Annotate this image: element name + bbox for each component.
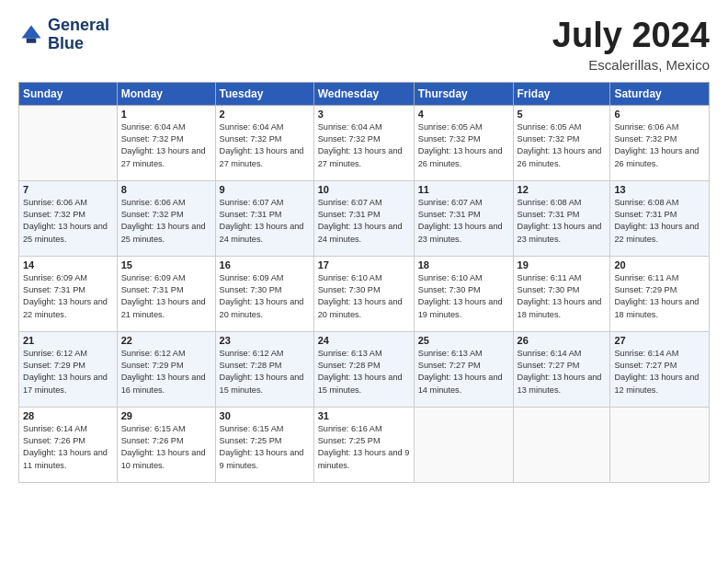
table-row: 20Sunrise: 6:11 AMSunset: 7:29 PMDayligh… (610, 256, 710, 331)
table-row: 10Sunrise: 6:07 AMSunset: 7:31 PMDayligh… (313, 180, 414, 256)
day-number: 8 (121, 184, 211, 195)
day-number: 15 (121, 259, 211, 270)
day-number: 24 (318, 335, 410, 346)
calendar-week-row: 7Sunrise: 6:06 AMSunset: 7:32 PMDaylight… (19, 180, 710, 256)
day-info: Sunrise: 6:15 AMSunset: 7:25 PMDaylight:… (220, 423, 310, 472)
calendar-week-row: 1Sunrise: 6:04 AMSunset: 7:32 PMDaylight… (19, 105, 710, 180)
table-row: 22Sunrise: 6:12 AMSunset: 7:29 PMDayligh… (117, 331, 215, 407)
day-info: Sunrise: 6:10 AMSunset: 7:30 PMDaylight:… (318, 272, 410, 321)
day-number: 12 (518, 184, 607, 195)
table-row: 2Sunrise: 6:04 AMSunset: 7:32 PMDaylight… (215, 105, 313, 180)
table-row: 7Sunrise: 6:06 AMSunset: 7:32 PMDaylight… (19, 180, 118, 256)
table-row: 11Sunrise: 6:07 AMSunset: 7:31 PMDayligh… (414, 180, 513, 256)
day-number: 26 (518, 335, 607, 346)
day-info: Sunrise: 6:04 AMSunset: 7:32 PMDaylight:… (121, 121, 211, 170)
table-row: 1Sunrise: 6:04 AMSunset: 7:32 PMDaylight… (117, 105, 215, 180)
day-info: Sunrise: 6:05 AMSunset: 7:32 PMDaylight:… (518, 121, 607, 170)
day-number: 25 (418, 335, 509, 346)
day-info: Sunrise: 6:14 AMSunset: 7:27 PMDaylight:… (614, 348, 705, 396)
table-row: 4Sunrise: 6:05 AMSunset: 7:32 PMDaylight… (414, 105, 513, 180)
logo-text: General Blue (48, 17, 109, 53)
day-info: Sunrise: 6:07 AMSunset: 7:31 PMDaylight:… (418, 197, 509, 246)
day-info: Sunrise: 6:12 AMSunset: 7:28 PMDaylight:… (220, 348, 310, 396)
day-number: 19 (518, 259, 607, 270)
table-row: 8Sunrise: 6:06 AMSunset: 7:32 PMDaylight… (117, 180, 215, 256)
day-number: 7 (23, 184, 113, 195)
col-monday: Monday (117, 82, 215, 105)
table-row: 5Sunrise: 6:05 AMSunset: 7:32 PMDaylight… (513, 105, 610, 180)
table-row (414, 407, 513, 482)
table-row: 6Sunrise: 6:06 AMSunset: 7:32 PMDaylight… (610, 105, 710, 180)
day-info: Sunrise: 6:08 AMSunset: 7:31 PMDaylight:… (518, 197, 607, 246)
day-info: Sunrise: 6:06 AMSunset: 7:32 PMDaylight:… (23, 197, 113, 246)
table-row: 21Sunrise: 6:12 AMSunset: 7:29 PMDayligh… (19, 331, 118, 407)
table-row: 25Sunrise: 6:13 AMSunset: 7:27 PMDayligh… (414, 331, 513, 407)
table-row: 18Sunrise: 6:10 AMSunset: 7:30 PMDayligh… (414, 256, 513, 331)
day-info: Sunrise: 6:13 AMSunset: 7:28 PMDaylight:… (318, 348, 410, 396)
day-number: 30 (220, 410, 310, 421)
table-row: 30Sunrise: 6:15 AMSunset: 7:25 PMDayligh… (215, 407, 313, 482)
calendar-week-row: 21Sunrise: 6:12 AMSunset: 7:29 PMDayligh… (19, 331, 710, 407)
col-saturday: Saturday (610, 82, 710, 105)
logo: General Blue (18, 17, 109, 53)
day-number: 11 (418, 184, 509, 195)
day-info: Sunrise: 6:12 AMSunset: 7:29 PMDaylight:… (121, 348, 211, 396)
day-number: 28 (23, 410, 113, 421)
calendar-week-row: 14Sunrise: 6:09 AMSunset: 7:31 PMDayligh… (19, 256, 710, 331)
day-info: Sunrise: 6:15 AMSunset: 7:26 PMDaylight:… (121, 423, 211, 472)
table-row: 9Sunrise: 6:07 AMSunset: 7:31 PMDaylight… (215, 180, 313, 256)
col-wednesday: Wednesday (313, 82, 414, 105)
day-info: Sunrise: 6:14 AMSunset: 7:27 PMDaylight:… (518, 348, 607, 396)
day-number: 31 (318, 410, 410, 421)
day-info: Sunrise: 6:09 AMSunset: 7:31 PMDaylight:… (121, 272, 211, 321)
table-row (513, 407, 610, 482)
col-friday: Friday (513, 82, 610, 105)
day-number: 27 (614, 335, 705, 346)
day-info: Sunrise: 6:08 AMSunset: 7:31 PMDaylight:… (614, 197, 705, 246)
day-number: 17 (318, 259, 410, 270)
day-number: 9 (220, 184, 310, 195)
page-header: General Blue July 2024 Escalerillas, Mex… (18, 17, 710, 73)
col-tuesday: Tuesday (215, 82, 313, 105)
day-number: 20 (614, 259, 705, 270)
table-row: 15Sunrise: 6:09 AMSunset: 7:31 PMDayligh… (117, 256, 215, 331)
day-number: 1 (121, 109, 211, 120)
table-row: 14Sunrise: 6:09 AMSunset: 7:31 PMDayligh… (19, 256, 118, 331)
day-number: 29 (121, 410, 211, 421)
svg-rect-1 (27, 38, 37, 42)
month-title: July 2024 (552, 17, 710, 55)
day-info: Sunrise: 6:04 AMSunset: 7:32 PMDaylight:… (318, 121, 410, 170)
day-info: Sunrise: 6:07 AMSunset: 7:31 PMDaylight:… (318, 197, 410, 246)
day-number: 23 (220, 335, 310, 346)
day-number: 16 (220, 259, 310, 270)
table-row: 12Sunrise: 6:08 AMSunset: 7:31 PMDayligh… (513, 180, 610, 256)
day-number: 2 (220, 109, 310, 120)
day-info: Sunrise: 6:11 AMSunset: 7:30 PMDaylight:… (518, 272, 607, 321)
day-info: Sunrise: 6:10 AMSunset: 7:30 PMDaylight:… (418, 272, 509, 321)
calendar-week-row: 28Sunrise: 6:14 AMSunset: 7:26 PMDayligh… (19, 407, 710, 482)
day-number: 5 (518, 109, 607, 120)
table-row: 29Sunrise: 6:15 AMSunset: 7:26 PMDayligh… (117, 407, 215, 482)
table-row: 31Sunrise: 6:16 AMSunset: 7:25 PMDayligh… (313, 407, 414, 482)
table-row (19, 105, 118, 180)
day-info: Sunrise: 6:06 AMSunset: 7:32 PMDaylight:… (614, 121, 705, 170)
day-info: Sunrise: 6:05 AMSunset: 7:32 PMDaylight:… (418, 121, 509, 170)
day-number: 3 (318, 109, 410, 120)
calendar-table: Sunday Monday Tuesday Wednesday Thursday… (18, 82, 710, 483)
day-info: Sunrise: 6:09 AMSunset: 7:31 PMDaylight:… (23, 272, 113, 321)
day-number: 4 (418, 109, 509, 120)
table-row: 28Sunrise: 6:14 AMSunset: 7:26 PMDayligh… (19, 407, 118, 482)
day-number: 18 (418, 259, 509, 270)
table-row: 17Sunrise: 6:10 AMSunset: 7:30 PMDayligh… (313, 256, 414, 331)
day-info: Sunrise: 6:16 AMSunset: 7:25 PMDaylight:… (318, 423, 410, 472)
day-number: 22 (121, 335, 211, 346)
location-title: Escalerillas, Mexico (552, 57, 710, 73)
day-number: 6 (614, 109, 705, 120)
day-info: Sunrise: 6:13 AMSunset: 7:27 PMDaylight:… (418, 348, 509, 396)
title-block: July 2024 Escalerillas, Mexico (552, 17, 710, 73)
logo-icon (18, 22, 44, 48)
day-info: Sunrise: 6:04 AMSunset: 7:32 PMDaylight:… (220, 121, 310, 170)
table-row: 13Sunrise: 6:08 AMSunset: 7:31 PMDayligh… (610, 180, 710, 256)
table-row: 3Sunrise: 6:04 AMSunset: 7:32 PMDaylight… (313, 105, 414, 180)
table-row (610, 407, 710, 482)
